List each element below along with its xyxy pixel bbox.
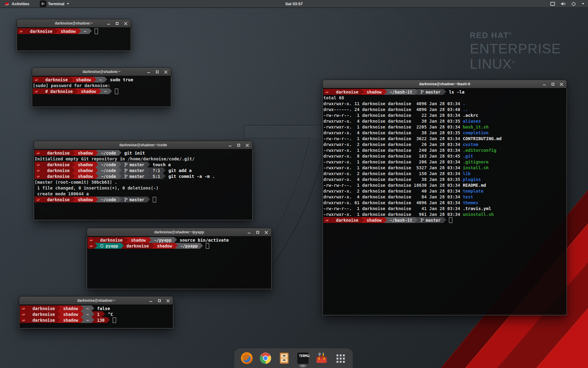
toolbox-icon	[315, 351, 328, 365]
terminal-content[interactable]: darknoiseshadow~sudo true[sudo] password…	[32, 76, 171, 107]
dock-item-chrome[interactable]	[258, 351, 273, 366]
terminal-output-line: total 68	[323, 95, 566, 101]
dock-item-app-grid[interactable]	[333, 351, 348, 366]
prompt-segment: darknoise	[97, 237, 125, 243]
prompt-segment: ~/bash-it	[387, 217, 415, 223]
ls-filename: .gitignore	[463, 159, 488, 164]
dock-item-files[interactable]	[277, 351, 292, 366]
prompt-segment-text: ~	[86, 318, 89, 323]
window-titlebar[interactable]: darknoise@shadow:~	[19, 296, 173, 305]
dock-item-firefox[interactable]	[239, 351, 254, 366]
terminal-ls-line: drwxrwxr-x. 61 darknoise darknoise 4096 …	[323, 200, 566, 205]
logo-enterprise-line: ENTERPRISE	[470, 42, 561, 56]
prompt-segment: master	[122, 162, 147, 167]
window-titlebar[interactable]: darknoise@shadow:~	[17, 19, 131, 28]
maximize-button[interactable]	[156, 70, 159, 74]
terminal-ls-line: -rw-rw-r--. 1 darknoise darknoise 3622 J…	[323, 136, 566, 141]
window-titlebar[interactable]: darknoise@shadow:~/code	[34, 141, 253, 149]
prompt-segment: ~	[96, 77, 104, 82]
output-text: [sudo] password for darknoise:	[33, 83, 110, 88]
minimize-button[interactable]	[147, 70, 150, 74]
powerline-arrow	[99, 88, 101, 94]
ls-filename: template	[463, 189, 483, 194]
git-branch-icon	[420, 90, 424, 94]
terminal-prompt-line: darknoiseshadow~/codemaster?:1git add a	[35, 167, 252, 173]
prompt-segment-text: master	[130, 174, 145, 179]
prompt-segment-text: darknoise	[126, 243, 149, 248]
terminal-content[interactable]: darknoiseshadow~/codegit initInitialized…	[34, 149, 252, 220]
ls-columns: -rw-rw-r--. 1 darknoise darknoise 22 Jan…	[323, 113, 463, 118]
ls-columns: -rwxrwxr-x. 1 darknoise darknoise 5327 J…	[323, 165, 463, 170]
terminal-content[interactable]: darknoiseshadow~	[17, 27, 131, 51]
prompt-segment: darknoise	[30, 311, 58, 317]
maximize-button[interactable]	[551, 82, 555, 86]
prompt-segment-text: darknoise	[47, 174, 70, 179]
window-titlebar[interactable]: darknoise@shadow:~/bash-it	[322, 80, 567, 88]
powerline-arrow	[42, 162, 44, 167]
maximize-button[interactable]	[158, 299, 161, 302]
terminal-content[interactable]: darknoiseshadow~/pyappsource bin/activat…	[87, 236, 271, 289]
cursor-block	[113, 317, 116, 323]
fedora-icon	[34, 89, 38, 93]
prompt-segment: darknoise	[44, 150, 72, 156]
window-titlebar[interactable]: darknoise@shadow:~/pyapp	[87, 228, 272, 236]
powerline-arrow	[125, 237, 128, 243]
powerline-arrow	[330, 217, 333, 223]
prompt-segment-text: darknoise	[47, 162, 70, 167]
powerline-arrow	[40, 77, 43, 82]
prompt-segment: master	[418, 217, 443, 223]
prompt-segment: shadow	[60, 305, 81, 311]
powerline-arrow	[94, 77, 96, 82]
dock-item-terminal[interactable]: TERMGLYPHgt;	[296, 351, 310, 366]
prompt-segment: shadow	[75, 167, 96, 173]
close-button[interactable]	[166, 299, 170, 302]
prompt-segment-text: shadow	[63, 318, 78, 323]
prompt-segment: shadow	[154, 243, 175, 249]
fedora-icon	[21, 318, 25, 322]
rhel-wallpaper-logo: RED HAT® ENTERPRISE LINUX®	[470, 31, 561, 71]
prompt-segment	[88, 237, 95, 243]
prompt-segment: darknoise	[27, 28, 55, 34]
prompt-segment: darknoise	[30, 317, 58, 323]
prompt-segment: master	[122, 197, 147, 202]
window-titlebar[interactable]: darknoise@shadow:~	[32, 67, 171, 76]
terminal-content[interactable]: darknoiseshadow~/bash-itmasterls -latota…	[323, 88, 567, 315]
powerline-arrow	[24, 28, 27, 34]
terminal-prompt-line: darknoiseshadow~/bash-itmasterls -la	[323, 89, 566, 95]
close-button[interactable]	[124, 22, 127, 25]
minimize-button[interactable]	[247, 231, 251, 234]
close-button[interactable]	[246, 144, 249, 147]
maximize-button[interactable]	[115, 22, 119, 25]
prompt-segment	[17, 28, 24, 34]
prompt-segment	[35, 173, 42, 179]
minimize-button[interactable]	[228, 144, 232, 147]
close-button[interactable]	[560, 82, 563, 86]
powerline-arrow	[95, 243, 97, 249]
prompt-segment	[35, 167, 42, 173]
window-terminal-pyapp: darknoise@shadow:~/pyappdarknoiseshadow~…	[87, 228, 272, 289]
prompt-segment-text: darknoise	[47, 151, 70, 155]
ls-columns: -rw-rw-r--. 1 darknoise darknoise 18630 …	[323, 183, 463, 188]
focused-app-indicator[interactable]: $> Terminal	[38, 0, 71, 7]
minimize-button[interactable]	[149, 299, 153, 302]
prompt-segment-text: shadow	[61, 29, 76, 34]
system-menu[interactable]	[550, 0, 588, 7]
terminal-content[interactable]: darknoiseshadow~falsedarknoiseshadow~1^C…	[19, 305, 173, 328]
window-title: darknoise@shadow:~/pyapp	[154, 230, 204, 234]
clock[interactable]: Sat 03:57	[285, 2, 303, 6]
prompt-segment-text: ~/code	[101, 162, 116, 167]
ls-filename: README.md	[463, 183, 486, 188]
ls-filename: uninstall.sh	[463, 212, 494, 217]
minimize-button[interactable]	[543, 82, 546, 86]
close-button[interactable]	[265, 231, 268, 234]
prompt-segment: S:1	[150, 173, 163, 179]
maximize-button[interactable]	[237, 144, 240, 147]
close-button[interactable]	[164, 70, 168, 74]
minimize-button[interactable]	[107, 22, 110, 25]
activities-button[interactable]: Activities	[2, 0, 31, 7]
prompt-segment-text: shadow	[76, 77, 91, 82]
maximize-button[interactable]	[256, 231, 259, 234]
dock-item-toolbox[interactable]	[314, 351, 329, 366]
window-terminal-home-sudo: darknoise@shadow:~darknoiseshadow~sudo t…	[32, 67, 171, 107]
powerline-arrow	[55, 28, 58, 34]
